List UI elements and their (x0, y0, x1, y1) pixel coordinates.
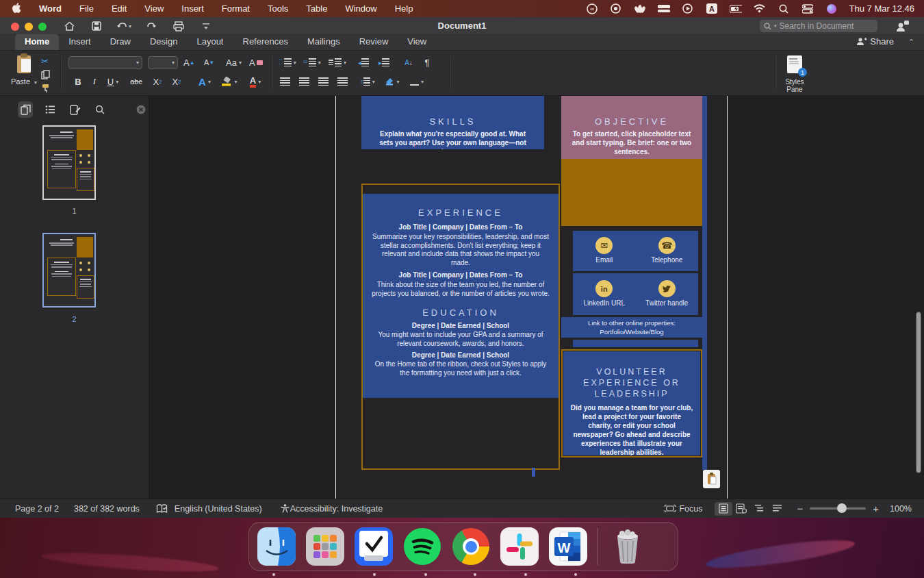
education-entry2-title[interactable]: Degree | Date Earned | School (372, 351, 550, 360)
page-indicator[interactable]: Page 2 of 2 (15, 504, 59, 514)
tab-design[interactable]: Design (140, 34, 187, 50)
skills-heading[interactable]: SKILLS (372, 116, 533, 127)
accessibility-icon[interactable] (280, 503, 290, 514)
change-case-button[interactable]: Aa▾ (226, 55, 242, 70)
word-count[interactable]: 382 of 382 words (74, 504, 140, 514)
text-effects-button[interactable]: A▾ (194, 74, 215, 89)
highlight-button[interactable]: ▾ (218, 74, 241, 89)
align-center-button[interactable] (296, 74, 312, 89)
experience-heading[interactable]: EXPERIENCE (372, 208, 550, 218)
experience-job1-title[interactable]: Job Title | Company | Dates From – To (372, 223, 550, 231)
collapse-ribbon-icon[interactable]: ⌃ (908, 38, 914, 47)
siri-icon[interactable] (825, 3, 838, 14)
styles-pane-button[interactable]: 1 Styles Pane (779, 55, 810, 93)
menu-table[interactable]: Table (306, 3, 327, 14)
record-icon[interactable] (610, 3, 622, 14)
objective-heading[interactable]: OBJECTIVE (569, 116, 694, 127)
dock-finder-icon[interactable] (257, 527, 296, 566)
zoom-out-button[interactable]: − (797, 503, 803, 514)
zoom-slider-thumb[interactable] (837, 503, 847, 513)
dock-slack-icon[interactable] (500, 527, 539, 566)
menu-edit[interactable]: Edit (112, 3, 127, 14)
menubar-app-name[interactable]: Word (39, 3, 62, 14)
objective-section[interactable]: OBJECTIVE To get started, click placehol… (561, 96, 702, 159)
contact-telephone[interactable]: ☎ Telephone (636, 237, 699, 265)
shrink-font-button[interactable]: A▼ (204, 55, 214, 70)
dock-launchpad-icon[interactable] (306, 527, 344, 566)
outline-pane-icon[interactable] (42, 101, 57, 118)
accessibility-status[interactable]: Accessibility: Investigate (290, 504, 383, 514)
subscript-button[interactable]: X2 (149, 74, 166, 89)
dock-chrome-icon[interactable] (452, 527, 490, 566)
volunteer-section[interactable]: VOLUNTEER EXPERIENCE OR LEADERSHIP Did y… (563, 351, 700, 455)
close-sidebar-icon[interactable] (133, 101, 149, 118)
input-source-icon[interactable]: A (706, 3, 718, 14)
search-in-document-input[interactable]: ▾ Search in Document (760, 20, 877, 32)
page-thumbnail-2[interactable] (42, 233, 96, 307)
battery-icon[interactable] (730, 3, 742, 14)
contact-card-icon[interactable] (895, 20, 909, 35)
creative-cloud-icon[interactable]: ∞ (586, 3, 598, 14)
experience-job2-body[interactable]: Think about the size of the team you led… (372, 281, 550, 298)
menubar-clock[interactable]: Thu 7 Mar 12.46 (849, 3, 914, 14)
zoom-in-button[interactable]: + (873, 503, 879, 514)
cut-icon[interactable]: ✂ (41, 53, 49, 68)
tab-mailings[interactable]: Mailings (298, 34, 350, 50)
control-center-icon[interactable] (801, 3, 814, 14)
menu-insert[interactable]: Insert (181, 3, 204, 14)
tab-insert[interactable]: Insert (59, 34, 101, 50)
keyboard-icon[interactable] (658, 3, 670, 14)
spotlight-icon[interactable] (778, 3, 790, 14)
review-pane-icon[interactable] (67, 101, 82, 118)
tab-draw[interactable]: Draw (101, 34, 140, 50)
grow-font-button[interactable]: A▲ (183, 55, 195, 70)
tab-review[interactable]: Review (350, 34, 398, 50)
apple-menu-icon[interactable] (12, 3, 21, 15)
align-right-button[interactable] (315, 74, 331, 89)
justify-button[interactable] (334, 74, 350, 89)
skills-section[interactable]: SKILLS Explain what you're especially go… (361, 96, 544, 149)
zoom-percentage[interactable]: 100% (890, 504, 912, 514)
format-painter-icon[interactable] (41, 81, 50, 96)
menu-help[interactable]: Help (395, 3, 413, 14)
thumbnails-pane-icon[interactable] (18, 101, 33, 118)
tab-view[interactable]: View (398, 34, 436, 50)
menu-file[interactable]: File (79, 3, 94, 14)
paste-options-button[interactable] (703, 470, 720, 488)
dock-spotify-icon[interactable] (403, 527, 441, 566)
sort-button[interactable]: A↓ (400, 55, 418, 70)
align-left-button[interactable] (277, 74, 293, 89)
copy-icon[interactable] (41, 67, 50, 82)
online-properties-strip[interactable]: Link to other online properties: Portfol… (561, 317, 702, 338)
education-entry2-body[interactable]: On the Home tab of the ribbon, check out… (372, 360, 550, 377)
experience-job2-title[interactable]: Job Title | Company | Dates From – To (372, 271, 550, 279)
menu-window[interactable]: Window (345, 3, 376, 14)
feathers-icon[interactable] (634, 3, 646, 14)
proofing-icon[interactable] (156, 504, 168, 514)
page-thumbnail-1[interactable] (42, 125, 96, 200)
vertical-scrollbar[interactable] (916, 312, 921, 473)
outline-view-button[interactable] (750, 502, 768, 516)
dock-trash-icon[interactable] (608, 527, 647, 566)
shading-button[interactable]: ▾ (382, 74, 402, 89)
italic-button[interactable]: I (88, 74, 101, 89)
font-name-select[interactable]: ▾ (68, 56, 142, 69)
increase-indent-button[interactable]: ▸ (375, 55, 393, 70)
education-entry1-body[interactable]: You might want to include your GPA and a… (372, 331, 550, 348)
clear-formatting-button[interactable]: A (249, 55, 263, 70)
education-heading[interactable]: EDUCATION (372, 307, 550, 318)
contact-linkedin[interactable]: in LinkedIn URL (573, 280, 636, 308)
volunteer-body[interactable]: Did you manage a team for your club, lea… (570, 403, 693, 455)
menu-tools[interactable]: Tools (268, 3, 288, 14)
decrease-indent-button[interactable]: ◂ (355, 55, 372, 70)
contact-twitter[interactable]: Twitter handle (636, 280, 699, 308)
bold-button[interactable]: B (71, 74, 85, 89)
immersive-reader-view-button[interactable] (732, 502, 750, 516)
font-color-button[interactable]: A▾ (244, 74, 267, 89)
bullets-button[interactable]: ⁚⁚▾ (277, 55, 298, 70)
tab-references[interactable]: References (233, 34, 298, 50)
sidebar-search-icon[interactable] (92, 101, 107, 118)
numbering-button[interactable]: ¹²▾ (301, 55, 323, 70)
dock-word-icon[interactable]: W (549, 527, 587, 566)
tab-home[interactable]: Home (15, 34, 59, 50)
